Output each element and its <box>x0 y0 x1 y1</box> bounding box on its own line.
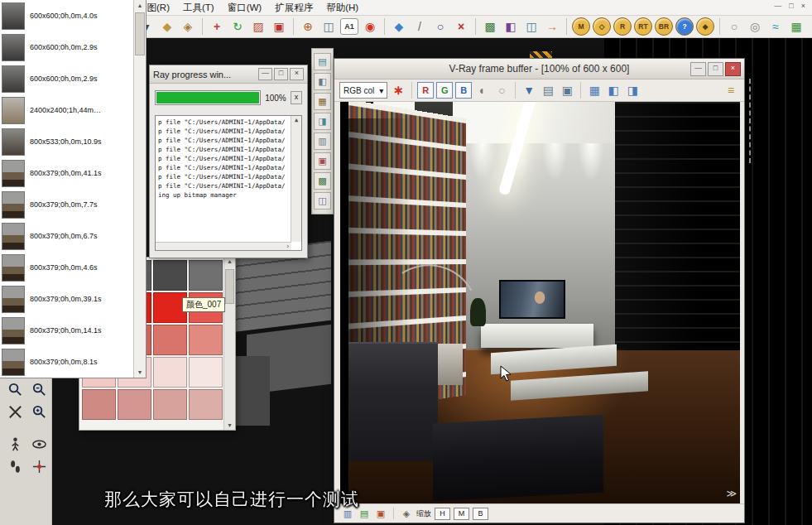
alpha-channel-icon[interactable]: ◐ <box>474 81 491 99</box>
vray-light-icon[interactable]: ▦ <box>314 93 331 110</box>
sphere-outline-icon[interactable]: ◎ <box>746 17 764 36</box>
vray-sphere-light-icon[interactable]: ▥ <box>314 132 331 150</box>
rotate-tool-icon[interactable]: ↻ <box>228 17 247 36</box>
progress-minimize-button[interactable]: — <box>258 68 272 80</box>
log-horizontal-scrollbar[interactable]: › <box>156 242 291 250</box>
zoom-icon[interactable] <box>28 379 50 399</box>
vray-plane-light-icon[interactable]: ▣ <box>314 152 331 170</box>
color-swatch[interactable] <box>189 357 223 388</box>
vray-help-badge-icon[interactable]: ? <box>675 17 694 36</box>
vray-options-icon[interactable]: ▤ <box>314 53 331 70</box>
app-minimize-button[interactable]: — <box>774 2 781 10</box>
menu-extensions[interactable]: 扩展程序 <box>275 2 313 14</box>
palette-scrollbar[interactable]: ▲ ▼ <box>223 258 235 430</box>
blue-channel-button[interactable]: B <box>455 82 472 99</box>
position-camera-icon[interactable] <box>4 434 26 454</box>
channels-panel-icon[interactable]: ▦ <box>586 81 603 99</box>
save-image-icon[interactable]: ▼ <box>521 81 537 99</box>
progress-maximize-button[interactable]: □ <box>274 68 288 80</box>
history-item[interactable]: 800x379;0h,0m,39.1s <box>0 283 146 315</box>
erase-tool-icon[interactable]: × <box>452 17 470 36</box>
color-swatch[interactable] <box>118 389 151 420</box>
menu-help[interactable]: 帮助(H) <box>326 2 358 14</box>
key-b-toggle[interactable]: B <box>473 508 488 520</box>
component-tool-icon[interactable]: ◧ <box>502 17 520 36</box>
color-swatch[interactable] <box>153 260 187 291</box>
zoom-extents-icon[interactable] <box>4 402 26 421</box>
clear-image-icon[interactable]: ≡ <box>723 81 739 99</box>
key-h-toggle[interactable]: H <box>435 508 450 520</box>
color-correction-icon[interactable]: ▣ <box>374 504 387 523</box>
export-tool-icon[interactable]: → <box>543 17 561 36</box>
vray-dome-light-icon[interactable]: ◨ <box>314 113 331 130</box>
history-item[interactable]: 800x533;0h,0m,10.9s <box>0 126 146 157</box>
water-icon[interactable]: ≈ <box>766 17 785 36</box>
vray-rt-badge-icon[interactable]: RT <box>634 17 652 36</box>
history-item[interactable]: 800x379;0h,0m,6.7s <box>0 220 146 252</box>
color-swatch[interactable] <box>153 357 187 388</box>
sphere-icon[interactable]: ○ <box>725 17 743 36</box>
image-history-icon[interactable]: ◨ <box>624 81 641 99</box>
history-item[interactable]: 600x600;0h,0m,4.0s <box>0 0 146 31</box>
vray-material-editor-icon[interactable]: ◧ <box>314 73 331 90</box>
progress-log[interactable]: p file "C:/Users/ADMINI~1/AppData/ p fil… <box>155 115 302 251</box>
log-vertical-scrollbar[interactable]: ▲ <box>291 116 301 242</box>
vray-gem-badge-icon[interactable]: ◆ <box>696 17 714 36</box>
zoom-tool-icon[interactable]: ○ <box>431 17 449 36</box>
move-tool-icon[interactable]: + <box>208 17 226 36</box>
scrollbar-thumb[interactable] <box>225 269 234 304</box>
channel-select[interactable]: RGB col ▾ <box>339 82 387 99</box>
green-channel-button[interactable]: G <box>436 82 453 99</box>
scroll-up-icon[interactable]: ▲ <box>134 0 146 11</box>
app-maximize-button[interactable]: □ <box>789 2 793 10</box>
render-image[interactable]: ≫ <box>340 102 740 504</box>
look-around-icon[interactable] <box>28 434 50 454</box>
app-close-button[interactable]: × <box>801 2 805 10</box>
color-swatch[interactable] <box>189 325 223 355</box>
grid-tool-icon[interactable]: ▩ <box>481 17 499 36</box>
progress-title-bar[interactable]: Ray progress win... — □ × <box>150 65 307 84</box>
color-swatch[interactable] <box>153 325 187 355</box>
axes-tool-icon[interactable]: ⊕ <box>299 17 317 36</box>
vray-render-badge-icon[interactable]: R <box>613 17 632 36</box>
vray-quality-badge-icon[interactable]: ◇ <box>593 17 611 36</box>
compare-images-icon[interactable]: ◧ <box>605 81 622 99</box>
tracking-icon[interactable]: ◈ <box>400 504 413 523</box>
vray-flower-icon[interactable]: ∗ <box>390 81 406 99</box>
vray-logo-icon[interactable]: ◉ <box>361 17 379 36</box>
history-scrollbar[interactable]: ▲ ▼ <box>133 0 146 378</box>
zoom-window-icon[interactable] <box>4 379 26 399</box>
copy-image-icon[interactable]: ▣ <box>559 81 575 99</box>
print-image-icon[interactable]: ▤ <box>540 81 556 99</box>
expand-panel-chevron[interactable]: ≫ <box>726 488 737 499</box>
progress-cancel-button[interactable]: x <box>291 91 302 104</box>
scrollbar-thumb[interactable] <box>135 12 145 55</box>
history-item[interactable]: 600x600;0h,0m,2.9s <box>0 31 146 63</box>
menu-tools[interactable]: 工具(T) <box>183 2 214 14</box>
scroll-up-icon[interactable]: ▲ <box>224 258 235 266</box>
color-swatch[interactable] <box>189 260 223 291</box>
progress-close-button[interactable]: × <box>290 68 304 80</box>
vfb-minimize-button[interactable]: — <box>690 62 706 76</box>
stamp-icon[interactable]: ▤ <box>358 504 371 523</box>
history-item[interactable]: 800x379;0h,0m,41.1s <box>0 157 146 189</box>
menu-window[interactable]: 窗口(W) <box>228 2 262 14</box>
paint-bucket-icon[interactable]: ▣ <box>270 17 288 36</box>
stack-green-icon[interactable]: ▦ <box>787 17 805 36</box>
vray-proxy-icon[interactable]: ▩ <box>314 172 331 190</box>
history-item[interactable]: 800x379;0h,0m,4.6s <box>0 252 146 283</box>
vray-batch-badge-icon[interactable]: BR <box>655 17 673 36</box>
shadow-tool-icon[interactable]: ◆ <box>390 17 408 36</box>
history-item[interactable]: 800x379;0h,0m,14.1s <box>0 315 146 346</box>
walk-icon[interactable] <box>4 456 26 476</box>
zoom-selection-icon[interactable] <box>28 402 50 421</box>
stack-blue-icon[interactable]: ▦ <box>808 17 812 36</box>
scroll-down-icon[interactable]: ▼ <box>224 421 235 430</box>
scale-tool-icon[interactable]: ▨ <box>249 17 267 36</box>
history-item[interactable]: 2400x2400;1h,44m… <box>0 94 146 126</box>
scroll-down-icon[interactable]: ▼ <box>134 367 146 378</box>
history-item[interactable]: 800x379;0h,0m,7.7s <box>0 189 146 220</box>
vfb-maximize-button[interactable]: □ <box>708 62 723 76</box>
mono-channel-icon[interactable]: ○ <box>493 81 510 99</box>
pencil-tool-icon[interactable]: / <box>411 17 429 36</box>
